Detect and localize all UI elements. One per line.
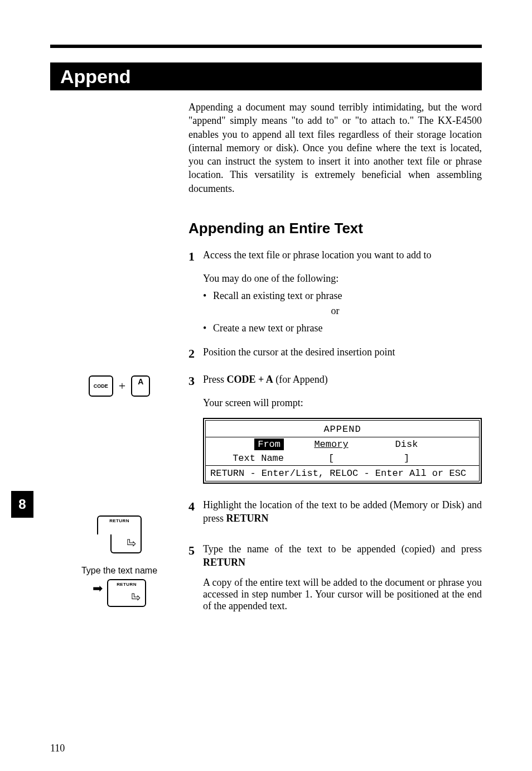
step-1-number: 1 xyxy=(188,248,203,265)
step-1-sub: You may do one of the following: xyxy=(203,273,482,285)
step-4-text: Highlight the location of the text to be… xyxy=(203,498,482,526)
step-1: 1 Access the text file or phrase locatio… xyxy=(188,248,482,265)
top-rule xyxy=(50,45,482,48)
section-banner: Append xyxy=(50,62,482,90)
step-3-code: CODE + A xyxy=(227,374,273,385)
screen-from-label: From xyxy=(254,438,284,450)
step-1-text: Access the text file or phrase location … xyxy=(203,248,482,265)
screen-memory-option: Memory xyxy=(314,439,348,450)
step-5-pre: Type the name of the text to be appended… xyxy=(203,543,482,555)
screen-disk-option: Disk xyxy=(373,439,440,450)
step-3: 3 Press CODE + A (for Append) xyxy=(188,373,482,389)
arrow-return-row: ➡ RETURN ⏎ xyxy=(50,579,188,607)
return-arrow-icon-2: ⏎ xyxy=(131,592,141,603)
return-keycap-label-2: RETURN xyxy=(108,582,145,587)
step-3-post: (for Append) xyxy=(273,374,328,385)
step-4: 4 Highlight the location of the text to … xyxy=(188,498,482,526)
content-column: Appending a document may sound terribly … xyxy=(188,100,482,612)
step-5-number: 5 xyxy=(188,542,203,570)
return-keycap-icon: RETURN ⏎ xyxy=(86,515,153,553)
step-3-number: 3 xyxy=(188,373,203,389)
step-1-bullet-2: •Create a new text or phrase xyxy=(203,322,482,334)
step-1-or: or xyxy=(188,305,482,317)
step-5: 5 Type the name of the text to be append… xyxy=(188,542,482,570)
screen-bracket-open: [ xyxy=(289,453,373,464)
step-2: 2 Position the cursor at the desired ins… xyxy=(188,345,482,362)
return-arrow-icon: ⏎ xyxy=(127,538,136,549)
step-1-bullet-1-text: Recall an existing text or phrase xyxy=(213,290,342,302)
type-text-name-label: Type the text name xyxy=(50,566,188,576)
code-keycap-icon: CODE xyxy=(89,375,113,397)
section-heading: Appending an Entire Text xyxy=(188,220,482,237)
keycap-row-code-a: CODE + A xyxy=(50,374,188,398)
step-4-key: RETURN xyxy=(226,513,269,524)
a-keycap-icon: A xyxy=(131,375,150,397)
margin-column: 8 CODE + A RETURN ⏎ Type the text name ➡ xyxy=(50,100,188,612)
page-number: 110 xyxy=(50,743,65,754)
screen-row-textname: Text Name [ ] xyxy=(206,451,479,465)
step-3-text: Press CODE + A (for Append) xyxy=(203,373,482,389)
step-1-bullet-1: •Recall an existing text or phrase xyxy=(203,290,482,302)
screen-prompt-box: APPEND From Memory Disk Text Name [ ] RE… xyxy=(203,418,482,484)
section-title: Append xyxy=(50,64,141,90)
step-3-prompt-line: Your screen will prompt: xyxy=(203,397,482,409)
screen-textname-label: Text Name xyxy=(211,453,289,464)
return-keycap-label: RETURN xyxy=(98,518,141,523)
step-5-text: Type the name of the text to be appended… xyxy=(203,542,482,570)
step-2-number: 2 xyxy=(188,345,203,362)
step-3-pre: Press xyxy=(203,374,227,385)
step-4-number: 4 xyxy=(188,498,203,526)
chapter-tab: 8 xyxy=(11,491,33,518)
screen-title: APPEND xyxy=(206,421,479,437)
step-1-bullet-2-text: Create a new text or phrase xyxy=(213,322,322,334)
step-5-key: RETURN xyxy=(203,557,245,568)
right-arrow-icon: ➡ xyxy=(93,581,103,596)
screen-bracket-close: ] xyxy=(373,453,440,464)
step-2-text: Position the cursor at the desired inser… xyxy=(203,345,482,362)
intro-paragraph: Appending a document may sound terribly … xyxy=(188,100,482,195)
step-5-after: A copy of the entire text will be added … xyxy=(203,577,482,612)
return-keycap-icon-2: RETURN ⏎ xyxy=(107,579,146,607)
plus-icon: + xyxy=(119,379,125,393)
screen-row-from: From Memory Disk xyxy=(206,437,479,451)
screen-footer: RETURN - Enter/List, RELOC - Enter All o… xyxy=(206,466,479,481)
